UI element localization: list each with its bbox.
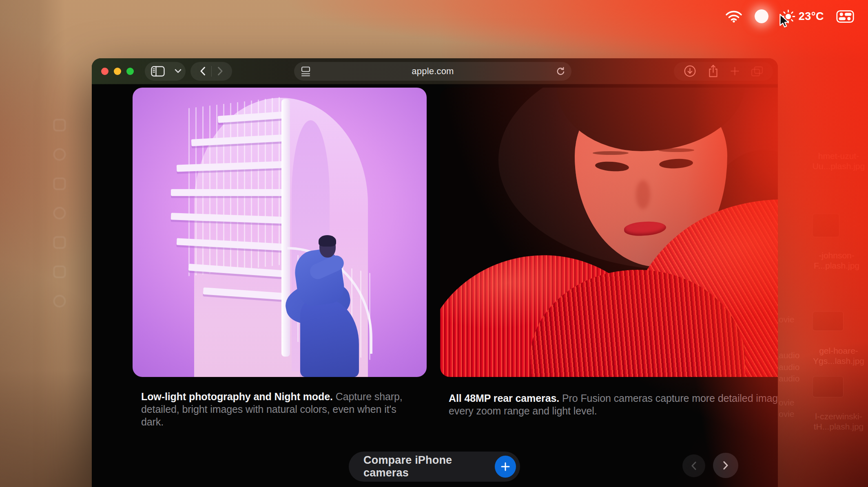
desktop-file-label[interactable]: l-czerwinski-tH...plash.jpg xyxy=(808,411,868,432)
traffic-lights xyxy=(101,68,134,75)
back-button[interactable] xyxy=(194,62,211,81)
desktop-file-thumbnail[interactable] xyxy=(813,311,844,331)
desktop-file-thumbnail[interactable] xyxy=(813,376,844,397)
webpage-content: Low-light photography and Night mode. Ca… xyxy=(92,84,778,487)
desktop-file-label[interactable]: audio xyxy=(779,362,799,372)
desktop-file-label[interactable]: audio xyxy=(779,350,799,360)
toolbar-right-cluster xyxy=(674,62,773,81)
desktop-file-label[interactable]: ovie xyxy=(779,409,795,419)
mouse-cursor xyxy=(778,13,791,31)
page-menu-button[interactable] xyxy=(301,66,311,79)
camera-photo-card xyxy=(440,88,778,377)
spotlight-icon xyxy=(755,9,768,23)
chevron-right-icon xyxy=(723,461,728,470)
sidebar-menu-button[interactable] xyxy=(170,62,186,81)
tab-overview-button[interactable] xyxy=(745,62,769,81)
page-menu-icon xyxy=(301,66,311,77)
chevron-down-icon xyxy=(175,69,182,73)
desktop-file-thumbnail[interactable] xyxy=(813,214,839,237)
sidebar-icon xyxy=(151,66,165,77)
zoom-button[interactable] xyxy=(126,68,134,75)
chevron-left-icon xyxy=(691,461,697,470)
control-center-icon xyxy=(836,10,854,23)
download-icon xyxy=(684,65,696,77)
plus-icon xyxy=(730,66,740,76)
address-bar[interactable]: apple.com xyxy=(294,62,571,81)
close-button[interactable] xyxy=(101,68,108,75)
reload-button[interactable] xyxy=(556,66,566,78)
reload-icon xyxy=(556,66,566,77)
share-icon xyxy=(708,64,719,78)
compare-cameras-button[interactable]: Compare iPhone cameras xyxy=(349,452,520,482)
back-icon xyxy=(200,66,206,76)
plus-icon xyxy=(495,456,516,478)
url-text: apple.com xyxy=(412,66,454,77)
new-tab-button[interactable] xyxy=(724,62,745,81)
desktop-file-label[interactable]: hmet-uzut-Uu...plash.jpg xyxy=(808,151,868,171)
history-nav-group xyxy=(190,62,232,81)
compare-cameras-label: Compare iPhone cameras xyxy=(363,454,495,479)
desktop-file-label[interactable]: gel-hoare-Ygs...lash.jpg xyxy=(808,346,868,366)
tab-overview-icon xyxy=(751,66,763,77)
downloads-button[interactable] xyxy=(678,62,702,81)
lowlight-caption: Low-light photography and Night mode. Ca… xyxy=(141,390,403,428)
carousel-next-button[interactable] xyxy=(713,453,738,478)
sidebar-group xyxy=(145,62,186,81)
control-center-menu-item[interactable] xyxy=(836,10,854,23)
safari-window: apple.com xyxy=(92,58,778,487)
menubar-status-items: 23°C xyxy=(725,0,868,33)
desktop-file-label[interactable]: -johnson-F...plash.jpg xyxy=(806,250,867,271)
minimize-button[interactable] xyxy=(114,68,121,75)
camera-caption: All 48MP rear cameras. Pro Fusion camera… xyxy=(449,392,778,417)
forward-button[interactable] xyxy=(212,62,229,81)
desktop-file-label[interactable]: audio xyxy=(779,374,799,383)
desktop-screen: hmet-uzut-Uu...plash.jpg -johnson-F...pl… xyxy=(0,0,868,487)
desktop-file-label[interactable]: ovie xyxy=(779,398,795,408)
sidebar-toggle-button[interactable] xyxy=(145,62,170,81)
spotlight-menu-item[interactable] xyxy=(755,9,768,23)
carousel-previous-button[interactable] xyxy=(682,454,705,477)
weather-temperature: 23°C xyxy=(799,10,824,23)
share-button[interactable] xyxy=(702,62,724,81)
wifi-icon xyxy=(725,10,742,23)
lowlight-photo-card xyxy=(133,88,427,377)
desktop-file-label[interactable]: ovie xyxy=(779,315,795,324)
wifi-menu-item[interactable] xyxy=(725,10,742,23)
browser-toolbar: apple.com xyxy=(92,58,778,84)
forward-icon xyxy=(217,66,223,76)
